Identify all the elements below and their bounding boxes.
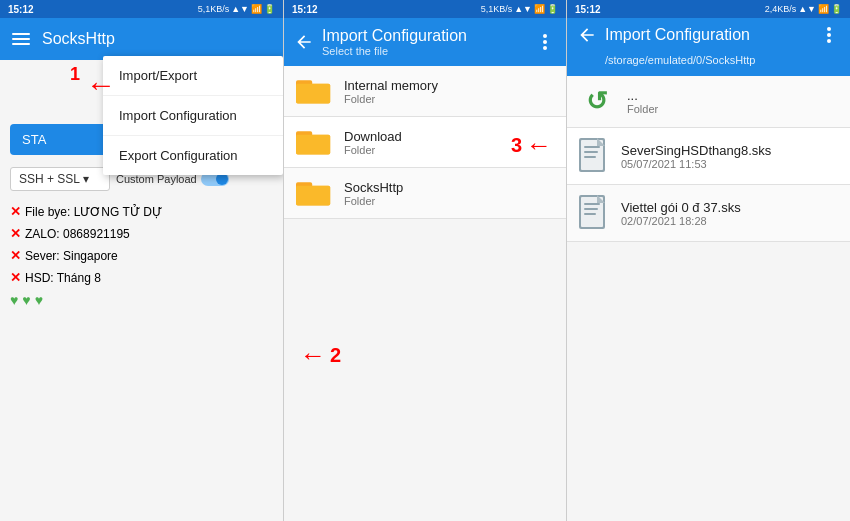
heart-3: ♥ <box>35 289 43 313</box>
ssl-label: SSH + SSL <box>19 172 80 186</box>
file-info-1: SeverSingHSDthang8.sks 05/07/2021 11:53 <box>621 143 838 170</box>
folder-name-sockshttp: SocksHttp <box>344 180 554 195</box>
info-text-4: HSD: Tháng 8 <box>25 268 101 288</box>
folder-info-sockshttp: SocksHttp Folder <box>344 180 554 207</box>
back-folder-arrow: ↺ <box>579 86 615 117</box>
file-list-3: ↺ ... Folder <box>567 76 850 521</box>
dropdown-chevron: ▾ <box>83 172 89 186</box>
info-item-3: ✕ Sever: Singapore <box>10 245 273 267</box>
back-folder-info: ... Folder <box>627 88 838 115</box>
x-icon-4: ✕ <box>10 267 21 289</box>
app-bar-1: SocksHttp <box>0 18 283 60</box>
folder-name-internal: Internal memory <box>344 78 554 93</box>
info-item-hearts: ♥ ♥ ♥ <box>10 289 273 313</box>
folder-item-sockshttp[interactable]: SocksHttp Folder <box>284 168 566 219</box>
folder-icon-download <box>296 127 332 157</box>
app-title: SocksHttp <box>42 30 273 48</box>
back-folder-name: ... <box>627 88 838 103</box>
more-icon-2[interactable] <box>534 31 556 53</box>
app-bar-2: Import Configuration Select the file <box>284 18 566 66</box>
info-text-2: ZALO: 0868921195 <box>25 224 130 244</box>
back-folder-item[interactable]: ↺ ... Folder <box>567 76 850 128</box>
x-icon-3: ✕ <box>10 245 21 267</box>
path-bar: /storage/emulated/0/SocksHttp <box>577 54 755 70</box>
file-item-1[interactable]: SeverSingHSDthang8.sks 05/07/2021 11:53 <box>567 128 850 185</box>
start-label: STA <box>22 132 46 147</box>
back-button-2[interactable] <box>294 32 314 52</box>
svg-rect-11 <box>584 146 600 148</box>
svg-rect-19 <box>584 213 596 215</box>
svg-rect-17 <box>584 203 600 205</box>
file-item-2[interactable]: Viettel gói 0 đ 37.sks 02/07/2021 18:28 <box>567 185 850 242</box>
x-icon-2: ✕ <box>10 223 21 245</box>
svg-rect-18 <box>584 208 598 210</box>
info-item-2: ✕ ZALO: 0868921195 <box>10 223 273 245</box>
battery-icon-3: 🔋 <box>831 4 842 14</box>
wifi-icon-2: 📶 <box>534 4 545 14</box>
signal-icon-3: ▲▼ <box>798 4 816 14</box>
wifi-icon-3: 📶 <box>818 4 829 14</box>
svg-rect-2 <box>296 84 330 104</box>
panel-3: 15:12 2,4KB/s ▲▼ 📶 🔋 Import Configuratio… <box>567 0 850 521</box>
status-bar-1: 15:12 5,1KB/s ▲▼ 📶 🔋 <box>0 0 283 18</box>
menu-import-export[interactable]: Import/Export <box>103 56 283 96</box>
file-name-2: Viettel gói 0 đ 37.sks <box>621 200 838 215</box>
wifi-icon-1: 📶 <box>251 4 262 14</box>
status-bar-3: 15:12 2,4KB/s ▲▼ 📶 🔋 <box>567 0 850 18</box>
import-title-2: Import Configuration <box>322 27 526 45</box>
badge-2: ← 2 <box>300 340 341 371</box>
panel-2: 15:12 5,1KB/s ▲▼ 📶 🔋 Import Configuratio… <box>284 0 567 521</box>
svg-rect-13 <box>584 156 596 158</box>
status-icons-1: 5,1KB/s ▲▼ 📶 🔋 <box>198 4 275 14</box>
back-folder-meta: Folder <box>627 103 838 115</box>
folder-meta-sockshttp: Folder <box>344 195 554 207</box>
badge-1: 1 <box>70 64 80 85</box>
heart-1: ♥ <box>10 289 18 313</box>
doc-icon-2 <box>579 195 609 231</box>
x-icon-1: ✕ <box>10 201 21 223</box>
status-icons-3: 2,4KB/s ▲▼ 📶 🔋 <box>765 4 842 14</box>
signal-icon-1: ▲▼ <box>231 4 249 14</box>
folder-info-internal: Internal memory Folder <box>344 78 554 105</box>
signal-icon-2: ▲▼ <box>514 4 532 14</box>
title-block-3: Import Configuration <box>605 26 810 44</box>
folder-meta-internal: Folder <box>344 93 554 105</box>
time-3: 15:12 <box>575 4 601 15</box>
file-info-2: Viettel gói 0 đ 37.sks 02/07/2021 18:28 <box>621 200 838 227</box>
menu-import-config[interactable]: Import Configuration <box>103 96 283 136</box>
app-bar-3: Import Configuration /storage/emulated/0… <box>567 18 850 76</box>
status-bar-2: 15:12 5,1KB/s ▲▼ 📶 🔋 <box>284 0 566 18</box>
title-block-2: Import Configuration Select the file <box>322 27 526 57</box>
doc-icon-1 <box>579 138 609 174</box>
folder-icon-internal <box>296 76 332 106</box>
dropdown-menu: Import/Export Import Configuration Expor… <box>103 56 283 175</box>
battery-icon-1: 🔋 <box>264 4 275 14</box>
ssh-ssl-select[interactable]: SSH + SSL ▾ <box>10 167 110 191</box>
import-subtitle-2: Select the file <box>322 45 526 57</box>
back-button-3[interactable] <box>577 25 597 45</box>
info-text-3: Sever: Singapore <box>25 246 118 266</box>
folder-icon-sockshttp <box>296 178 332 208</box>
time-1: 15:12 <box>8 4 34 15</box>
menu-icon[interactable] <box>10 28 32 50</box>
file-meta-1: 05/07/2021 11:53 <box>621 158 838 170</box>
file-meta-2: 02/07/2021 18:28 <box>621 215 838 227</box>
svg-rect-8 <box>296 186 330 206</box>
svg-rect-5 <box>296 135 330 155</box>
svg-rect-12 <box>584 151 598 153</box>
file-name-1: SeverSingHSDthang8.sks <box>621 143 838 158</box>
speed-1: 5,1KB/s <box>198 4 230 14</box>
info-item-1: ✕ File bye: LƯƠNG TỬ DỰ <box>10 201 273 223</box>
battery-icon-2: 🔋 <box>547 4 558 14</box>
info-list: ✕ File bye: LƯƠNG TỬ DỰ ✕ ZALO: 08689211… <box>0 195 283 319</box>
folder-item-internal[interactable]: Internal memory Folder <box>284 66 566 117</box>
menu-export-config[interactable]: Export Configuration <box>103 136 283 175</box>
panel-1: 15:12 5,1KB/s ▲▼ 📶 🔋 SocksHttp Import/Ex… <box>0 0 284 521</box>
more-icon-3[interactable] <box>818 24 840 46</box>
badge-3: 3 ← <box>511 130 552 161</box>
heart-2: ♥ <box>22 289 30 313</box>
status-icons-2: 5,1KB/s ▲▼ 📶 🔋 <box>481 4 558 14</box>
speed-3: 2,4KB/s <box>765 4 797 14</box>
time-2: 15:12 <box>292 4 318 15</box>
import-title-3: Import Configuration <box>605 26 810 44</box>
